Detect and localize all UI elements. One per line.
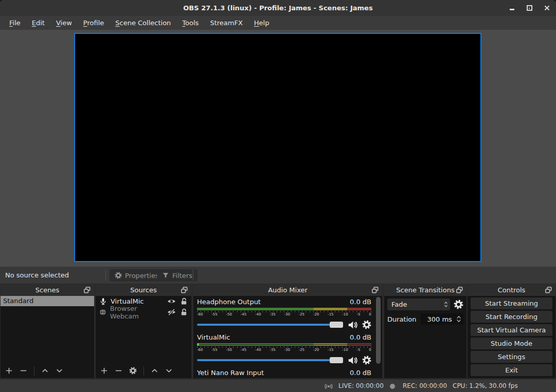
meter-tick-label: 0: [369, 348, 371, 352]
menu-item-scene-collection[interactable]: Scene Collection: [110, 16, 176, 30]
scene-down-button[interactable]: [56, 367, 63, 375]
menu-item-file[interactable]: File: [4, 16, 26, 30]
meter-scale: -60-55-50-45-40-35-30-25-20-15-10-50: [197, 348, 371, 352]
menu-bar: FileEditViewProfileScene CollectionTools…: [0, 16, 556, 30]
remove-scene-button[interactable]: [20, 367, 27, 375]
scenes-panel: Scenes Standard: [1, 284, 94, 378]
mixer-channel-virtualmic: VirtualMic 0.0 dB -60-55-50-45-40-35-30-…: [197, 333, 371, 366]
lock-toggle[interactable]: [180, 297, 188, 305]
minimize-button[interactable]: [508, 4, 516, 12]
meter-tick-label: -15: [328, 312, 333, 317]
volume-slider-handle[interactable]: [330, 322, 343, 328]
meter-tick-label: -50: [226, 348, 231, 352]
lock-toggle[interactable]: [180, 308, 188, 316]
start-virtual-camera-button[interactable]: Start Virtual Camera: [471, 324, 552, 336]
minus-icon: [115, 367, 122, 375]
remove-source-button[interactable]: [115, 367, 122, 375]
meter-scale: -60-55-50-45-40-35-30-25-20-15-10-50: [197, 312, 371, 317]
mixer-channel-headphone-output: Headphone Output 0.0 dB -60-55-50-45-40-…: [197, 297, 371, 330]
meter-tick-label: -60: [197, 348, 203, 352]
toolbar-separator: [144, 366, 144, 376]
start-streaming-button[interactable]: Start Streaming: [471, 297, 552, 309]
controls-panel-header: Controls: [468, 284, 555, 296]
sources-list: VirtualMic Browser Webcam: [96, 296, 191, 363]
scene-up-button[interactable]: [41, 367, 49, 375]
mute-toggle[interactable]: [348, 320, 357, 330]
combo-spinner[interactable]: [441, 298, 450, 310]
chevron-up-icon: [41, 367, 49, 375]
menu-item-profile[interactable]: Profile: [78, 16, 110, 30]
menu-item-view[interactable]: View: [50, 16, 78, 30]
add-scene-button[interactable]: [5, 367, 13, 375]
window-controls: [508, 0, 551, 16]
meter-tick-label: -45: [241, 312, 246, 317]
eye-icon: [167, 297, 176, 306]
channel-name: Yeti Nano Raw Input: [197, 368, 264, 378]
popout-icon: [181, 286, 188, 294]
lock-open-icon: [180, 308, 188, 316]
gear-icon: [454, 300, 463, 309]
scenes-panel-title: Scenes: [35, 286, 59, 294]
volume-slider[interactable]: [197, 324, 343, 326]
volume-slider-handle[interactable]: [330, 357, 343, 363]
meter-tick-label: -25: [299, 348, 304, 352]
meter-tick-label: -55: [211, 312, 217, 317]
spinbox-arrows[interactable]: [456, 313, 462, 325]
start-recording-button[interactable]: Start Recording: [471, 311, 552, 323]
obs-window: OBS 27.1.3 (linux) - Profile: James - Sc…: [0, 0, 556, 392]
minus-icon: [20, 367, 27, 375]
properties-button[interactable]: Properties: [110, 269, 164, 282]
close-button[interactable]: [543, 4, 551, 12]
mixer-scrollbar[interactable]: [375, 297, 381, 377]
preview-canvas[interactable]: [74, 33, 481, 262]
scene-item-standard[interactable]: Standard: [1, 296, 94, 306]
volume-meter: [197, 308, 371, 310]
rec-time: REC: 00:00:00: [403, 380, 447, 392]
speaker-icon: [348, 320, 357, 330]
sources-toolbar: [96, 363, 191, 378]
broadcast-icon: [325, 382, 333, 390]
scrollbar-thumb[interactable]: [376, 297, 381, 364]
toolbar-separator: [105, 270, 106, 281]
filters-button[interactable]: Filters: [157, 269, 198, 282]
mute-toggle[interactable]: [348, 356, 357, 365]
maximize-button[interactable]: [525, 4, 533, 12]
gear-icon: [129, 367, 137, 375]
popout-icon: [83, 286, 91, 294]
visibility-toggle[interactable]: [167, 297, 176, 306]
eye-slash-icon: [167, 308, 176, 316]
scenes-panel-header: Scenes: [1, 284, 94, 296]
menu-item-streamfx[interactable]: StreamFX: [204, 16, 248, 30]
visibility-toggle[interactable]: [167, 308, 176, 316]
meter-tick-label: -10: [342, 312, 348, 317]
filters-label: Filters: [172, 272, 192, 279]
meter-tick-label: -45: [241, 348, 246, 352]
menu-item-tools[interactable]: Tools: [176, 16, 204, 30]
chevron-down-icon: [56, 367, 63, 375]
source-row-browser-webcam[interactable]: Browser Webcam: [96, 307, 191, 318]
transition-settings-button[interactable]: [454, 300, 463, 309]
chevron-down-icon: [444, 305, 448, 308]
scenes-toolbar: [1, 363, 94, 378]
source-properties-button[interactable]: [129, 367, 137, 375]
studio-mode-button[interactable]: Studio Mode: [471, 338, 552, 349]
add-source-button[interactable]: [100, 367, 108, 375]
speaker-icon: [348, 356, 357, 365]
menu-item-help[interactable]: Help: [248, 16, 275, 30]
menu-item-edit[interactable]: Edit: [26, 16, 50, 30]
transition-select[interactable]: Fade: [387, 298, 450, 310]
gear-icon: [115, 272, 122, 279]
source-down-button[interactable]: [165, 367, 173, 375]
duration-spinbox[interactable]: 300 ms: [421, 313, 463, 325]
chevron-up-icon: [444, 301, 448, 304]
plus-icon: [100, 367, 108, 375]
volume-slider[interactable]: [197, 359, 343, 361]
exit-button[interactable]: Exit: [471, 364, 552, 376]
meter-tick-label: -5: [357, 348, 361, 352]
toolbar-separator: [193, 270, 193, 281]
settings-button[interactable]: Settings: [471, 351, 552, 363]
channel-settings-button[interactable]: [362, 320, 371, 329]
channel-settings-button[interactable]: [362, 356, 371, 365]
meter-tick-label: -25: [299, 312, 304, 317]
source-up-button[interactable]: [151, 367, 158, 375]
